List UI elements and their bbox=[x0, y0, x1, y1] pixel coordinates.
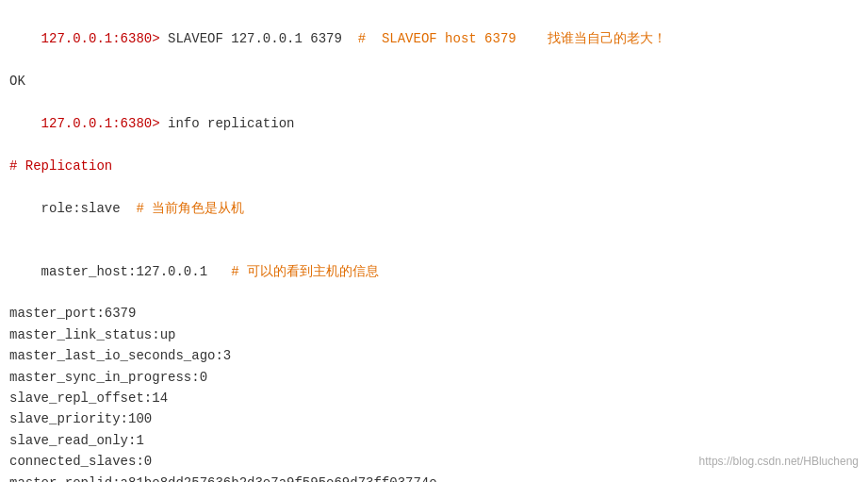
line-3: 127.0.0.1:6380> info replication bbox=[9, 92, 859, 156]
line-master-link: master_link_status:up bbox=[9, 324, 859, 345]
cmd-3: info replication bbox=[168, 116, 294, 131]
line-slave-priority: slave_priority:100 bbox=[9, 408, 859, 429]
line-master-sync: master_sync_in_progress:0 bbox=[9, 367, 859, 388]
line-slave-read-only: slave_read_only:1 bbox=[9, 430, 859, 451]
role-text: role:slave bbox=[41, 201, 137, 216]
cmd-1: SLAVEOF 127.0.0.1 6379 bbox=[168, 31, 342, 46]
line-master-last-io: master_last_io_seconds_ago:3 bbox=[9, 345, 859, 366]
line-master-host: master_host:127.0.0.1 # 可以的看到主机的信息 bbox=[9, 240, 859, 303]
watermark: https://blog.csdn.net/HBlucheng bbox=[699, 453, 859, 471]
comment-1: # SLAVEOF host 6379 找谁当自己的老大！ bbox=[342, 31, 666, 46]
line-master-port: master_port:6379 bbox=[9, 303, 859, 324]
role-comment: # 当前角色是从机 bbox=[136, 201, 244, 216]
line-2: OK bbox=[9, 71, 859, 91]
master-host-text: master_host:127.0.0.1 bbox=[41, 264, 232, 279]
master-host-comment: # 可以的看到主机的信息 bbox=[231, 264, 379, 279]
prompt-1: 127.0.0.1:6380> bbox=[41, 31, 168, 46]
line-slave-repl-offset: slave_repl_offset:14 bbox=[9, 388, 859, 408]
prompt-3: 127.0.0.1:6380> bbox=[41, 116, 168, 131]
line-section: # Replication bbox=[9, 156, 859, 176]
terminal: 127.0.0.1:6380> SLAVEOF 127.0.0.1 6379 #… bbox=[0, 0, 868, 482]
line-1: 127.0.0.1:6380> SLAVEOF 127.0.0.1 6379 #… bbox=[9, 8, 859, 71]
line-master-replid: master_replid:a81be8dd257636b2d3e7a9f595… bbox=[9, 473, 859, 482]
line-role: role:slave # 当前角色是从机 bbox=[9, 176, 859, 240]
